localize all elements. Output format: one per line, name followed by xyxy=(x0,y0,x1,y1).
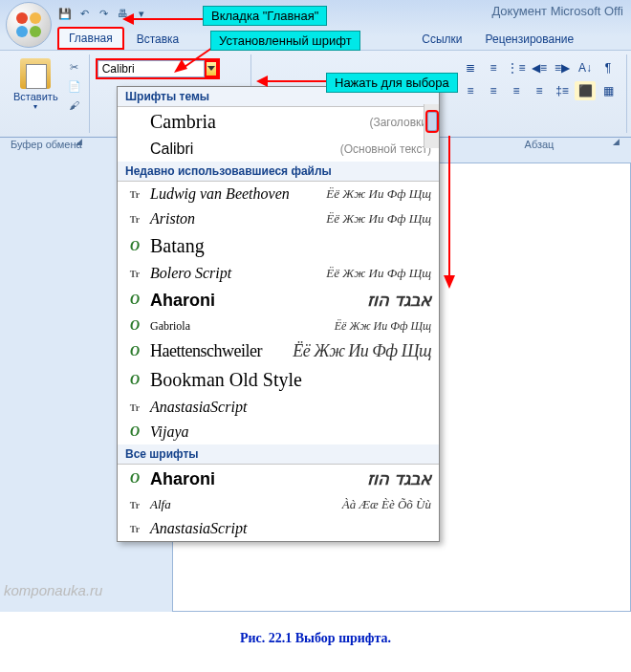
clipboard-launcher-icon[interactable]: ◢ xyxy=(76,137,87,148)
font-item-sample: אבגד הוז xyxy=(367,468,431,489)
borders-icon[interactable]: ▦ xyxy=(598,81,619,100)
font-list-item[interactable]: OAharoniאבגד הוז xyxy=(118,286,439,314)
sort-icon[interactable]: A↓ xyxy=(575,58,596,77)
arrow-to-tab-icon xyxy=(122,10,205,29)
font-item-name: Bookman Old Style xyxy=(150,369,431,391)
font-item-name: AnastasiaScript xyxy=(150,399,431,416)
tab-links[interactable]: Ссылки xyxy=(411,28,472,50)
font-list-item[interactable]: Calibri(Основной текст) xyxy=(118,137,439,162)
font-list-item[interactable]: TrAnastasiaScript xyxy=(118,516,439,541)
cut-icon[interactable]: ✂ xyxy=(66,58,83,76)
callout-select: Нажать для выбора xyxy=(326,73,458,93)
shading-icon[interactable]: ⬛ xyxy=(575,81,596,100)
align-left-icon[interactable]: ≡ xyxy=(460,81,481,100)
office-logo-icon xyxy=(14,11,43,39)
scrollbar[interactable] xyxy=(424,104,439,148)
increase-indent-icon[interactable]: ≡▶ xyxy=(552,58,573,77)
truetype-icon: Tr xyxy=(125,521,144,536)
font-list-item[interactable]: TrAlfaÀà Ææ Èè Õõ Ùù xyxy=(118,493,439,516)
font-item-name: Aharoni xyxy=(150,469,367,489)
font-list-item[interactable]: OAharoniאבגד הוז xyxy=(118,465,439,493)
font-list-item[interactable]: TrAnastasiaScript xyxy=(118,395,439,420)
font-item-name: Cambria xyxy=(150,111,369,133)
font-list-item[interactable]: TrLudwig van BeethovenЁё Жж Ии Фф Щщ xyxy=(118,182,439,206)
font-list-item[interactable]: OHaettenschweilerЁё Жж Ии Фф Щщ xyxy=(118,337,439,365)
paragraph-launcher-icon[interactable]: ◢ xyxy=(613,137,624,148)
paste-button[interactable]: Вставить ▾ xyxy=(10,56,62,114)
font-item-name: Gabriola xyxy=(150,319,335,334)
undo-icon[interactable]: ↶ xyxy=(76,6,92,21)
font-item-sample: Àà Ææ Èè Õõ Ùù xyxy=(342,497,431,512)
font-list-item[interactable]: TrBolero ScriptЁё Жж Ии Фф Щщ xyxy=(118,261,439,286)
truetype-icon: Tr xyxy=(125,400,144,415)
font-item-name: Calibri xyxy=(150,141,340,158)
opentype-icon: O xyxy=(125,293,144,308)
font-item-sample: Ёё Жж Ии Фф Щщ xyxy=(326,211,431,227)
tab-home[interactable]: Главная xyxy=(57,27,124,50)
opentype-icon: O xyxy=(125,239,144,254)
arrow-to-fontbox-icon xyxy=(174,46,214,73)
paragraph-group: ≣ ≡ ⋮≡ ◀≡ ≡▶ A↓ ¶ ≡ ≡ ≡ ≡ ‡≡ ⬛ ▦ Абзац ◢ xyxy=(452,54,627,133)
font-item-hint: (Основной текст) xyxy=(340,142,431,156)
opentype-icon: O xyxy=(125,318,144,334)
numbering-icon[interactable]: ≡ xyxy=(483,58,504,77)
font-list-item[interactable]: TrAristonЁё Жж Ии Фф Щщ xyxy=(118,206,439,231)
truetype-icon: Tr xyxy=(125,186,144,202)
opentype-icon: O xyxy=(125,344,144,359)
font-item-name: Bolero Script xyxy=(150,265,326,282)
watermark: komponauka.ru xyxy=(4,582,102,598)
font-item-hint: (Заголовки) xyxy=(369,116,431,129)
font-list-item[interactable]: OBookman Old Style xyxy=(118,365,439,395)
show-marks-icon[interactable]: ¶ xyxy=(598,58,619,77)
font-item-name: Batang xyxy=(150,235,431,257)
font-dropdown-list: Шрифты темы Cambria(Заголовки)Calibri(Ос… xyxy=(117,86,440,542)
font-list-item[interactable]: OBatang xyxy=(118,231,439,261)
callout-tab: Вкладка "Главная" xyxy=(203,6,327,26)
clipboard-group: Вставить ▾ ✂ 📄 🖌 Буфер обмена ◢ xyxy=(4,54,90,133)
align-center-icon[interactable]: ≡ xyxy=(483,81,504,100)
font-item-name: Ludwig van Beethoven xyxy=(150,185,326,203)
opentype-icon: O xyxy=(125,471,144,487)
multilevel-icon[interactable]: ⋮≡ xyxy=(506,58,527,77)
font-item-sample: Ёё Жж Ии Фф Щщ xyxy=(326,266,431,281)
font-item-name: AnastasiaScript xyxy=(150,520,431,537)
font-item-name: Ariston xyxy=(150,210,326,228)
font-item-name: Aharoni xyxy=(150,291,367,311)
truetype-icon: Tr xyxy=(125,211,144,227)
opentype-icon: O xyxy=(125,424,144,440)
font-item-sample: Ёё Жж Ии Фф Щщ xyxy=(335,319,431,334)
svg-point-1 xyxy=(30,12,41,24)
font-item-sample: אבגד הוז xyxy=(367,290,431,311)
arrow-down-icon xyxy=(442,136,457,289)
word-window: 💾 ↶ ↷ 🖶 ▾ Документ Microsoft Offi Главна… xyxy=(0,0,631,612)
line-spacing-icon[interactable]: ‡≡ xyxy=(552,81,573,100)
office-button[interactable] xyxy=(6,2,52,48)
font-list-item[interactable]: Cambria(Заголовки) xyxy=(118,107,439,137)
justify-icon[interactable]: ≡ xyxy=(529,81,550,100)
font-list-item[interactable]: OVijaya xyxy=(118,420,439,444)
redo-icon[interactable]: ↷ xyxy=(96,6,111,21)
paste-icon xyxy=(20,58,51,89)
scroll-thumb[interactable] xyxy=(427,112,437,131)
save-icon[interactable]: 💾 xyxy=(57,6,73,21)
tab-review[interactable]: Рецензирование xyxy=(475,28,585,50)
align-right-icon[interactable]: ≡ xyxy=(506,81,527,100)
format-painter-icon[interactable]: 🖌 xyxy=(66,97,83,114)
font-list-item[interactable]: OGabriolaЁё Жж Ии Фф Щщ xyxy=(118,314,439,337)
dd-header-all: Все шрифты xyxy=(118,444,439,465)
svg-line-5 xyxy=(182,48,212,69)
opentype-icon: O xyxy=(125,373,144,388)
truetype-icon: Tr xyxy=(125,497,144,512)
decrease-indent-icon[interactable]: ◀≡ xyxy=(529,58,550,77)
figure-caption: Рис. 22.1 Выбор шрифта. xyxy=(0,612,631,665)
font-item-name: Haettenschweiler xyxy=(150,341,293,361)
truetype-icon: Tr xyxy=(125,266,144,281)
document-title: Документ Microsoft Offi xyxy=(491,4,623,18)
copy-icon[interactable]: 📄 xyxy=(66,77,83,95)
font-item-sample: Ёё Жж Ии Фф Щщ xyxy=(293,341,431,361)
dd-header-recent: Недавно использовавшиеся файлы xyxy=(118,162,439,182)
bullets-icon[interactable]: ≣ xyxy=(460,58,481,77)
font-item-sample: Ёё Жж Ии Фф Щщ xyxy=(326,186,431,202)
svg-point-2 xyxy=(16,26,28,37)
svg-point-0 xyxy=(16,12,28,24)
